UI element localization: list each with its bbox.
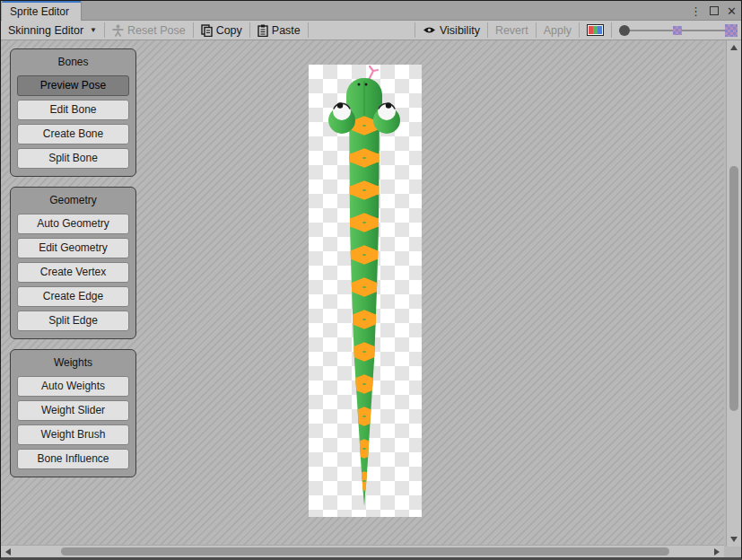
panel-button-auto-geometry[interactable]: Auto Geometry (17, 214, 129, 234)
eye-icon (423, 25, 436, 35)
copy-button[interactable]: Copy (194, 21, 249, 39)
chevron-down-icon: ▼ (90, 26, 97, 34)
window-controls: ⋮ ✕ (690, 1, 737, 21)
panel-button-weight-brush[interactable]: Weight Brush (17, 424, 129, 445)
mode-dropdown-label: Skinning Editor (8, 24, 83, 37)
horizontal-scroll-thumb[interactable] (61, 547, 669, 556)
scroll-left-icon[interactable] (5, 548, 11, 556)
tab-sprite-editor[interactable]: Sprite Editor (2, 1, 82, 21)
tool-panels: BonesPreview PoseEdit BoneCreate BoneSpl… (10, 48, 136, 477)
editor-viewport[interactable]: BonesPreview PoseEdit BoneCreate BoneSpl… (1, 40, 724, 547)
toolbar: Skinning Editor ▼ Reset Pose Copy (1, 21, 741, 40)
snake-left-nostril (358, 83, 361, 86)
close-icon[interactable]: ✕ (727, 5, 737, 17)
panel-button-auto-weights[interactable]: Auto Weights (17, 376, 129, 397)
panel-title: Weights (17, 354, 129, 372)
panel-title: Bones (17, 53, 129, 72)
panel-title: Geometry (17, 191, 129, 210)
apply-button[interactable]: Apply (537, 21, 579, 39)
paste-label: Paste (272, 24, 301, 37)
toolbar-separator (611, 22, 612, 38)
panel-button-weight-slider[interactable]: Weight Slider (17, 400, 129, 421)
copy-label: Copy (216, 24, 242, 37)
panel-geometry: GeometryAuto GeometryEdit GeometryCreate… (10, 187, 136, 339)
rgb-swatch-icon (587, 24, 604, 36)
paste-icon (258, 24, 268, 37)
window-menu-icon[interactable]: ⋮ (690, 5, 702, 17)
panel-button-create-vertex[interactable]: Create Vertex (17, 262, 129, 283)
alpha-checker-big-icon (725, 24, 738, 37)
toolbar-spacer (309, 21, 415, 39)
panel-button-edit-bone[interactable]: Edit Bone (17, 100, 129, 120)
panel-button-create-bone[interactable]: Create Bone (17, 124, 129, 144)
vertical-scroll-thumb[interactable] (729, 166, 738, 411)
apply-label: Apply (544, 24, 572, 37)
sprite-canvas[interactable] (309, 65, 422, 517)
mode-dropdown[interactable]: Skinning Editor ▼ (1, 21, 104, 39)
snake-right-nostril (365, 83, 368, 86)
copy-icon (201, 24, 213, 37)
tab-bar: Sprite Editor ⋮ ✕ (1, 1, 741, 21)
slider-track[interactable] (630, 30, 673, 31)
vertical-scrollbar[interactable] (726, 40, 741, 547)
visibility-button[interactable]: Visibility (415, 21, 487, 39)
panel-weights: WeightsAuto WeightsWeight SliderWeight B… (10, 349, 136, 477)
paste-button[interactable]: Paste (250, 21, 308, 39)
panel-button-edit-geometry[interactable]: Edit Geometry (17, 238, 129, 258)
snake-right-pupil (386, 102, 391, 108)
panel-bones: BonesPreview PoseEdit BoneCreate BoneSpl… (10, 48, 136, 177)
sprite-editor-window: Sprite Editor ⋮ ✕ Skinning Editor ▼ Rese… (0, 0, 742, 560)
panel-button-create-edge[interactable]: Create Edge (17, 286, 129, 307)
scroll-up-icon[interactable] (730, 45, 738, 50)
panel-button-split-bone[interactable]: Split Bone (17, 148, 129, 169)
revert-button[interactable]: Revert (488, 21, 536, 39)
visibility-label: Visibility (440, 24, 480, 37)
reset-pose-button[interactable]: Reset Pose (105, 21, 193, 39)
slider-knob[interactable] (619, 25, 630, 36)
scroll-right-icon[interactable] (714, 548, 720, 556)
snake-sprite (309, 65, 422, 517)
pose-figure-icon (112, 24, 124, 37)
panel-button-preview-pose[interactable]: Preview Pose (17, 75, 129, 96)
panel-button-bone-influence[interactable]: Bone Influence (17, 449, 129, 469)
snake-tongue (369, 66, 378, 80)
opacity-slider[interactable] (619, 21, 738, 39)
alpha-checker-small-icon (673, 26, 682, 35)
revert-label: Revert (495, 24, 528, 37)
scroll-down-icon[interactable] (730, 537, 738, 542)
snake-left-pupil (337, 102, 343, 108)
texture-channel-button[interactable] (580, 21, 611, 39)
reset-pose-label: Reset Pose (127, 24, 186, 37)
tab-sprite-editor-label: Sprite Editor (10, 5, 69, 18)
maximize-icon[interactable] (710, 6, 719, 15)
panel-button-split-edge[interactable]: Split Edge (17, 311, 129, 331)
slider-track[interactable] (682, 30, 725, 31)
horizontal-scrollbar[interactable] (1, 545, 724, 557)
